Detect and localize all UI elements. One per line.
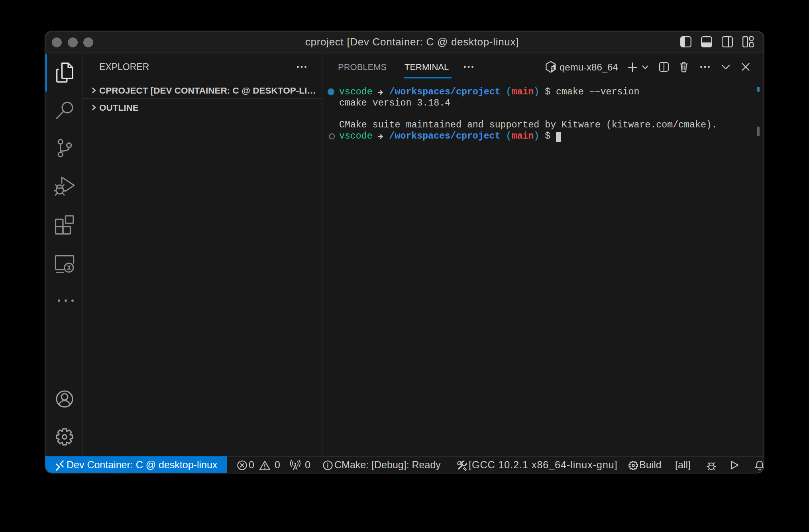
svg-text:$: $ [552,66,554,71]
